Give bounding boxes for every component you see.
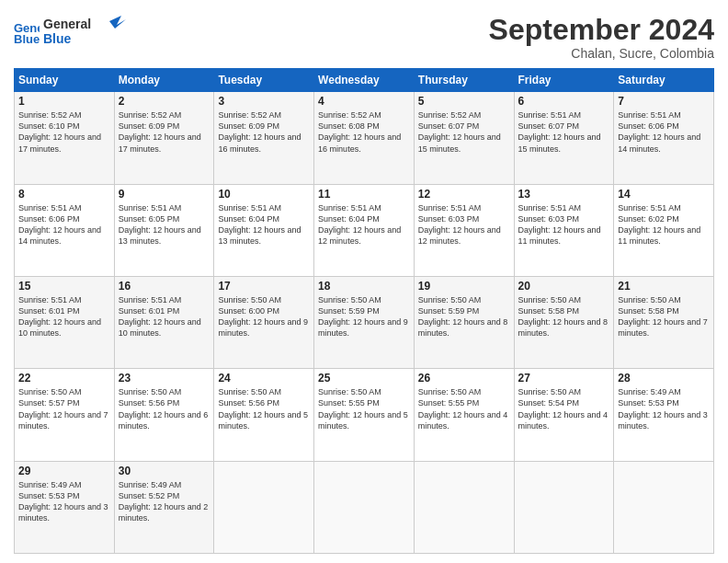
calendar-cell: 9Sunrise: 5:51 AMSunset: 6:05 PMDaylight… — [114, 184, 214, 276]
day-content: Sunrise: 5:50 AMSunset: 6:00 PMDaylight:… — [218, 294, 310, 339]
calendar-cell: 7Sunrise: 5:51 AMSunset: 6:06 PMDaylight… — [614, 92, 714, 184]
day-content: Sunrise: 5:49 AMSunset: 5:53 PMDaylight:… — [618, 386, 710, 431]
day-content: Sunrise: 5:50 AMSunset: 5:54 PMDaylight:… — [518, 386, 610, 431]
calendar-cell: 16Sunrise: 5:51 AMSunset: 6:01 PMDayligh… — [114, 276, 214, 368]
day-content: Sunrise: 5:50 AMSunset: 5:55 PMDaylight:… — [418, 386, 510, 431]
svg-text:General: General — [43, 17, 91, 31]
day-number: 28 — [618, 372, 710, 385]
day-number: 17 — [218, 280, 310, 293]
calendar-cell — [414, 461, 514, 553]
day-content: Sunrise: 5:51 AMSunset: 6:03 PMDaylight:… — [418, 202, 510, 247]
calendar-cell: 17Sunrise: 5:50 AMSunset: 6:00 PMDayligh… — [214, 276, 314, 368]
calendar-cell: 27Sunrise: 5:50 AMSunset: 5:54 PMDayligh… — [514, 369, 614, 461]
day-content: Sunrise: 5:50 AMSunset: 5:56 PMDaylight:… — [218, 386, 310, 431]
calendar-cell: 23Sunrise: 5:50 AMSunset: 5:56 PMDayligh… — [114, 369, 214, 461]
day-number: 12 — [418, 188, 510, 201]
calendar-cell — [314, 461, 415, 553]
day-content: Sunrise: 5:51 AMSunset: 6:06 PMDaylight:… — [18, 202, 110, 247]
day-number: 30 — [119, 465, 210, 477]
weekday-header-sunday: Sunday — [15, 69, 115, 92]
calendar-week-2: 8Sunrise: 5:51 AMSunset: 6:06 PMDaylight… — [15, 184, 714, 276]
weekday-header-saturday: Saturday — [614, 69, 714, 92]
day-number: 19 — [418, 280, 510, 293]
day-content: Sunrise: 5:50 AMSunset: 5:55 PMDaylight:… — [318, 386, 410, 431]
day-number: 24 — [218, 372, 310, 385]
calendar-cell: 21Sunrise: 5:50 AMSunset: 5:58 PMDayligh… — [614, 276, 714, 368]
calendar-week-4: 22Sunrise: 5:50 AMSunset: 5:57 PMDayligh… — [15, 369, 714, 461]
weekday-header-tuesday: Tuesday — [214, 69, 314, 92]
weekday-header-wednesday: Wednesday — [314, 69, 415, 92]
day-content: Sunrise: 5:50 AMSunset: 5:59 PMDaylight:… — [418, 294, 510, 339]
calendar-cell: 11Sunrise: 5:51 AMSunset: 6:04 PMDayligh… — [314, 184, 415, 276]
calendar-cell: 20Sunrise: 5:50 AMSunset: 5:58 PMDayligh… — [514, 276, 614, 368]
day-number: 10 — [218, 188, 310, 201]
day-content: Sunrise: 5:52 AMSunset: 6:08 PMDaylight:… — [318, 109, 410, 155]
calendar-cell: 28Sunrise: 5:49 AMSunset: 5:53 PMDayligh… — [614, 369, 714, 461]
weekday-header-friday: Friday — [514, 69, 614, 92]
calendar-cell: 15Sunrise: 5:51 AMSunset: 6:01 PMDayligh… — [15, 276, 115, 368]
svg-text:Blue: Blue — [14, 32, 40, 45]
calendar-cell — [514, 461, 614, 553]
calendar-cell: 5Sunrise: 5:52 AMSunset: 6:07 PMDaylight… — [414, 92, 514, 184]
calendar-cell: 14Sunrise: 5:51 AMSunset: 6:02 PMDayligh… — [614, 184, 714, 276]
day-number: 3 — [218, 95, 310, 108]
day-content: Sunrise: 5:50 AMSunset: 5:57 PMDaylight:… — [18, 386, 110, 431]
day-number: 7 — [618, 95, 710, 108]
day-content: Sunrise: 5:50 AMSunset: 5:58 PMDaylight:… — [618, 294, 710, 339]
weekday-header-monday: Monday — [114, 69, 214, 92]
day-content: Sunrise: 5:52 AMSunset: 6:09 PMDaylight:… — [119, 109, 210, 155]
location-subtitle: Chalan, Sucre, Colombia — [489, 46, 714, 61]
day-content: Sunrise: 5:51 AMSunset: 6:03 PMDaylight:… — [518, 202, 610, 247]
day-content: Sunrise: 5:50 AMSunset: 5:59 PMDaylight:… — [318, 294, 410, 339]
day-number: 11 — [318, 188, 410, 201]
weekday-header-thursday: Thursday — [414, 69, 514, 92]
day-content: Sunrise: 5:51 AMSunset: 6:01 PMDaylight:… — [18, 294, 110, 339]
month-title: September 2024 — [489, 14, 714, 46]
day-number: 25 — [318, 372, 410, 385]
day-number: 29 — [18, 465, 110, 477]
day-content: Sunrise: 5:49 AMSunset: 5:52 PMDaylight:… — [119, 479, 210, 524]
day-content: Sunrise: 5:50 AMSunset: 5:56 PMDaylight:… — [119, 386, 210, 431]
day-number: 5 — [418, 95, 510, 108]
calendar-cell — [614, 461, 714, 553]
day-content: Sunrise: 5:51 AMSunset: 6:06 PMDaylight:… — [618, 109, 710, 155]
calendar-cell: 4Sunrise: 5:52 AMSunset: 6:08 PMDaylight… — [314, 92, 415, 184]
day-number: 22 — [18, 372, 110, 385]
day-content: Sunrise: 5:51 AMSunset: 6:01 PMDaylight:… — [119, 294, 210, 339]
logo-bird-icon: General Blue — [43, 14, 126, 51]
day-number: 13 — [518, 188, 610, 201]
day-number: 1 — [18, 95, 110, 108]
calendar-cell: 29Sunrise: 5:49 AMSunset: 5:53 PMDayligh… — [15, 461, 115, 553]
svg-text:Blue: Blue — [43, 31, 72, 46]
calendar-week-3: 15Sunrise: 5:51 AMSunset: 6:01 PMDayligh… — [15, 276, 714, 368]
day-number: 9 — [119, 188, 210, 201]
day-number: 14 — [618, 188, 710, 201]
day-number: 4 — [318, 95, 410, 108]
day-content: Sunrise: 5:52 AMSunset: 6:07 PMDaylight:… — [418, 109, 510, 155]
calendar-cell: 12Sunrise: 5:51 AMSunset: 6:03 PMDayligh… — [414, 184, 514, 276]
day-number: 6 — [518, 95, 610, 108]
day-content: Sunrise: 5:52 AMSunset: 6:09 PMDaylight:… — [218, 109, 310, 155]
calendar-cell: 10Sunrise: 5:51 AMSunset: 6:04 PMDayligh… — [214, 184, 314, 276]
day-content: Sunrise: 5:51 AMSunset: 6:05 PMDaylight:… — [119, 202, 210, 247]
logo: General Blue General Blue — [14, 14, 126, 51]
day-number: 23 — [119, 372, 210, 385]
weekday-header-row: SundayMondayTuesdayWednesdayThursdayFrid… — [15, 69, 714, 92]
logo-icon: General Blue — [14, 19, 40, 45]
day-content: Sunrise: 5:51 AMSunset: 6:02 PMDaylight:… — [618, 202, 710, 247]
day-number: 15 — [18, 280, 110, 293]
day-content: Sunrise: 5:51 AMSunset: 6:04 PMDaylight:… — [318, 202, 410, 247]
calendar-cell: 24Sunrise: 5:50 AMSunset: 5:56 PMDayligh… — [214, 369, 314, 461]
calendar-body: 1Sunrise: 5:52 AMSunset: 6:10 PMDaylight… — [15, 92, 714, 554]
day-number: 8 — [18, 188, 110, 201]
day-content: Sunrise: 5:49 AMSunset: 5:53 PMDaylight:… — [18, 479, 110, 524]
calendar-cell: 6Sunrise: 5:51 AMSunset: 6:07 PMDaylight… — [514, 92, 614, 184]
calendar-cell: 8Sunrise: 5:51 AMSunset: 6:06 PMDaylight… — [15, 184, 115, 276]
page: General Blue General Blue September 2024… — [0, 0, 728, 563]
calendar-cell: 25Sunrise: 5:50 AMSunset: 5:55 PMDayligh… — [314, 369, 415, 461]
calendar-cell: 3Sunrise: 5:52 AMSunset: 6:09 PMDaylight… — [214, 92, 314, 184]
day-number: 26 — [418, 372, 510, 385]
title-block: September 2024 Chalan, Sucre, Colombia — [489, 14, 714, 61]
header: General Blue General Blue September 2024… — [14, 14, 714, 61]
calendar-cell — [214, 461, 314, 553]
